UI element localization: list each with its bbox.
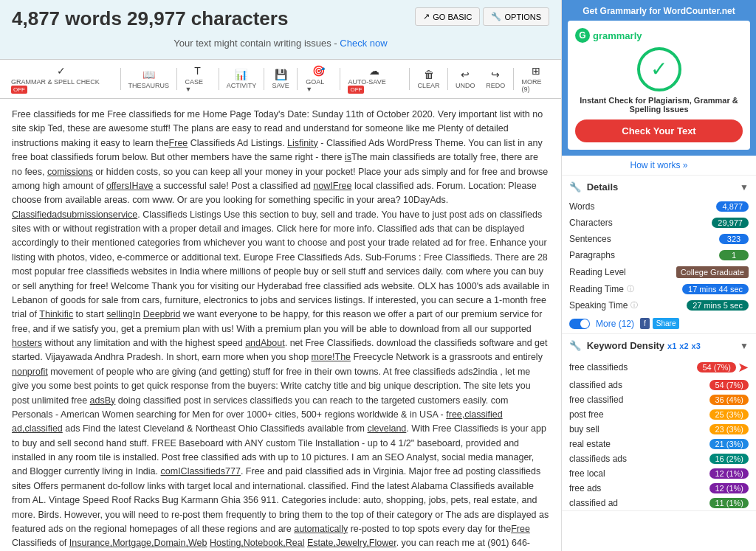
clear-icon: 🗑 [424,69,434,80]
checkmark-icon: ✓ [650,59,667,80]
grammarly-description: Instant Check for Plagiarism, Grammar & … [575,96,743,114]
text-editor[interactable]: Free classifieds for me Free classifieds… [0,99,561,551]
divider [513,68,514,90]
checkmark-circle: ✓ [637,47,681,91]
keyword-density-section: 🔧 Keyword Density x1 x2 x3 ▼ free classi… [562,334,756,511]
more-button[interactable]: ⊞ MORE (9) [517,63,555,95]
grid-icon: ⊞ [532,65,540,77]
speaking-time-row: Speaking Time ⓘ 27 mins 5 sec [562,297,756,313]
keyword-badge: 36 (4%) [709,395,749,405]
save-icon: 💾 [275,69,287,80]
keyword-x2[interactable]: x2 [679,342,688,350]
keyword-row: free classifieds 54 (7%) ➤ [562,357,756,378]
editor-text: Free classifieds for me Free classifieds… [12,109,549,551]
info-icon: ⓘ [627,284,634,294]
redo-icon: ↪ [491,69,500,80]
grammarly-ad-title: Get Grammarly for WordCounter.net [568,6,750,16]
divider [409,68,410,90]
sentences-row: Sentences 323 [562,231,756,247]
text-icon: T [194,65,201,77]
options-button[interactable]: 🔧 OPTIONS [483,7,549,26]
keyword-badge: 12 (1%) [709,483,749,493]
keyword-badge: 16 (2%) [709,454,749,464]
writing-issues-bar: Your text might contain writing issues -… [12,33,549,53]
keyword-x3[interactable]: x3 [692,342,701,350]
keyword-row: post free 25 (3%) [562,407,756,422]
reading-time-row: Reading Time ⓘ 17 mins 44 sec [562,281,756,297]
chevron-down-icon: ▼ [740,341,749,351]
word-count-title: 4,877 words 29,977 characters [12,7,415,30]
facebook-share-button[interactable]: f [640,318,650,329]
paragraphs-row: Paragraphs 1 [562,247,756,263]
clear-button[interactable]: 🗑 CLEAR [413,63,444,95]
go-basic-button[interactable]: ↗ GO BASIC [415,7,480,26]
keyword-row: free ads 12 (1%) [562,481,756,496]
keyword-density-header[interactable]: 🔧 Keyword Density x1 x2 x3 ▼ [562,334,756,357]
words-value: 4,877 [716,201,749,212]
keyword-badge: 54 (7%) [709,380,749,390]
divider [264,68,264,90]
more-link[interactable]: More (12) [596,319,634,329]
keyword-row: free classified 36 (4%) [562,392,756,407]
grammarly-logo-icon: G [575,28,590,43]
keyword-row: free local 12 (1%) [562,466,756,481]
chart-icon: 📊 [235,69,247,80]
how-it-works-link[interactable]: How it works » [562,156,756,176]
keyword-row: real estate 21 (3%) [562,437,756,451]
undo-icon: ↩ [461,69,470,80]
paragraphs-value: 1 [719,250,749,260]
auto-save-button[interactable]: ☁ AUTO-SAVE OFF [343,63,406,95]
grammar-spell-check-button[interactable]: ✓ GRAMMAR & SPELL CHECK OFF [6,63,117,95]
divider [176,68,177,90]
target-icon: 🎯 [312,65,325,77]
characters-value: 29,977 [712,218,749,228]
keyword-row: classified ad 11 (1%) [562,496,756,510]
more-toggle[interactable] [569,319,590,329]
undo-button[interactable]: ↩ UNDO [451,63,480,95]
case-button[interactable]: T CASE ▼ [180,63,216,95]
words-row: Words 4,877 [562,198,756,215]
thesaurus-button[interactable]: 📖 THESAURUS [124,63,173,95]
wrench-icon: 🔧 [569,181,581,193]
keyword-badge: 21 (3%) [709,439,749,449]
reading-level-row: Reading Level College Graduate [562,263,756,281]
check-your-text-button[interactable]: Check Your Text [575,119,743,142]
external-link-icon: ↗ [423,12,430,21]
reading-time-value: 17 mins 44 sec [682,284,749,294]
right-sidebar: Get Grammarly for WordCounter.net G gram… [561,0,756,551]
details-section: 🔧 Details ▼ Words 4,877 Characters 29,97… [562,176,756,334]
speaking-time-value: 27 mins 5 sec [687,300,749,311]
wrench-icon: 🔧 [569,340,581,351]
keyword-badge: 12 (1%) [709,468,749,479]
details-section-header[interactable]: 🔧 Details ▼ [562,176,756,198]
keyword-badge: 11 (1%) [709,498,749,508]
share-icons: f Share [640,318,679,329]
divider [297,68,298,90]
reading-level-badge: College Graduate [676,266,749,278]
divider [447,68,448,90]
keyword-badge: 23 (3%) [709,424,749,434]
toolbar: ✓ GRAMMAR & SPELL CHECK OFF 📖 THESAURUS … [0,60,561,99]
keyword-badge: 25 (3%) [709,409,749,420]
divider [219,68,219,90]
check-now-link[interactable]: Check now [340,38,387,49]
divider [120,68,121,90]
divider [340,68,340,90]
red-arrow-icon: ➤ [738,359,749,375]
book-icon: 📖 [142,69,155,80]
info-icon: ⓘ [630,300,638,311]
chevron-down-icon: ▼ [740,182,749,193]
toggle-circle [580,319,589,328]
twitter-share-button[interactable]: Share [653,318,680,329]
grammarly-logo: G grammarly [575,28,743,43]
save-button[interactable]: 💾 SAVE [267,63,294,95]
keyword-x1[interactable]: x1 [667,342,676,350]
more-toggle-row: More (12) f Share [562,313,756,333]
grammarly-logo-text: grammarly [593,30,642,41]
keyword-row: classified ads 54 (7%) [562,378,756,392]
keyword-row: buy sell 23 (3%) [562,422,756,437]
activity-button[interactable]: 📊 ACTIVITY [222,63,261,95]
goal-button[interactable]: 🎯 GOAL ▼ [300,63,336,95]
wrench-icon: 🔧 [491,12,501,21]
redo-button[interactable]: ↪ REDO [481,63,510,95]
